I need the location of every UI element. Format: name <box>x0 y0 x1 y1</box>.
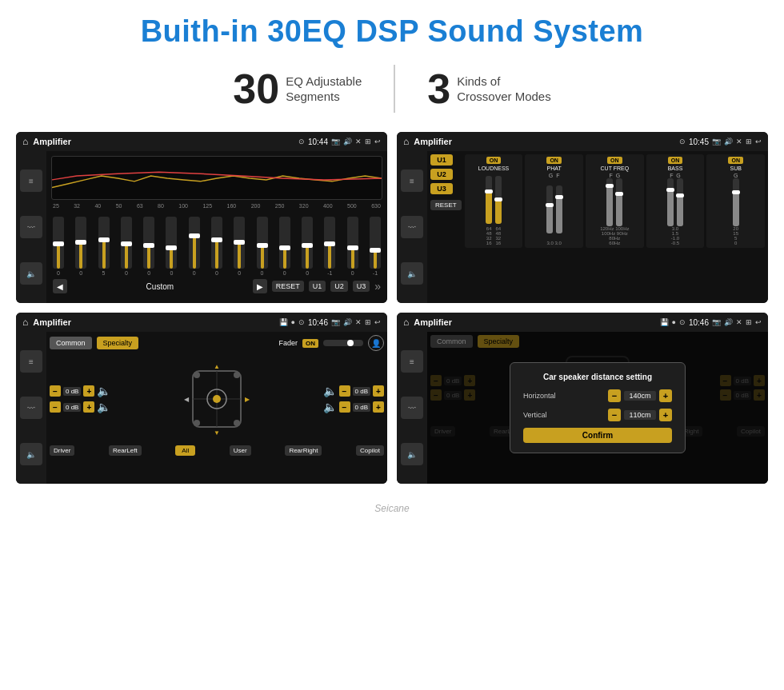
bass-track-1[interactable] <box>667 178 674 226</box>
right-top-val: 0 dB <box>353 387 370 396</box>
eq-slider-col-3[interactable]: 5 <box>98 217 110 276</box>
right-top-plus[interactable]: + <box>373 385 384 397</box>
sub-on[interactable]: ON <box>728 157 743 164</box>
common-btn[interactable]: Common <box>50 337 92 349</box>
sidebar-btn-4-3[interactable]: 🔈 <box>401 443 423 465</box>
rearleft-btn[interactable]: RearLeft <box>109 445 142 456</box>
right-top-minus[interactable]: − <box>339 385 350 397</box>
dialog-vertical-minus[interactable]: − <box>608 409 621 421</box>
close-icon[interactable]: ✕ <box>355 138 362 146</box>
sidebar-btn-2[interactable]: 〰 <box>20 216 42 238</box>
svg-point-7 <box>194 420 200 426</box>
eq-more-btn[interactable]: » <box>374 280 381 293</box>
eq-slider-col-12[interactable]: 0 <box>302 217 313 276</box>
u3-btn[interactable]: U3 <box>430 183 453 194</box>
right-bottom-plus[interactable]: + <box>373 401 384 413</box>
eq-slider-col-9[interactable]: 0 <box>234 217 245 276</box>
loudness-on[interactable]: ON <box>486 157 502 164</box>
sidebar-btn-1[interactable]: ≡ <box>20 170 42 192</box>
dialog-horizontal-minus[interactable]: − <box>608 389 621 402</box>
close-icon-4[interactable]: ✕ <box>736 318 742 326</box>
dialog-horizontal-plus[interactable]: + <box>659 389 672 402</box>
eq-slider-col-15[interactable]: -1 <box>370 217 381 276</box>
phat-track-1[interactable] <box>546 185 553 233</box>
sidebar-btn-3-1[interactable]: ≡ <box>20 350 42 373</box>
home-icon[interactable]: ⌂ <box>22 136 28 147</box>
eq-u2-btn[interactable]: U2 <box>330 281 348 292</box>
eq-u1-btn[interactable]: U1 <box>309 281 326 292</box>
close-icon-3[interactable]: ✕ <box>355 318 362 326</box>
eq-u3-btn[interactable]: U3 <box>353 281 370 292</box>
sidebar-btn-2-1[interactable]: ≡ <box>401 170 423 192</box>
svg-text:▶: ▶ <box>245 396 250 403</box>
close-icon-2[interactable]: ✕ <box>736 138 742 146</box>
eq-slider-col-1[interactable]: 0 <box>53 217 64 276</box>
phat-on[interactable]: ON <box>546 157 562 164</box>
right-bottom-val: 0 dB <box>353 403 370 412</box>
user-btn[interactable]: User <box>230 445 251 456</box>
u2-btn[interactable]: U2 <box>430 169 453 180</box>
back-icon-2[interactable]: ↩ <box>755 138 762 146</box>
sidebar-btn-3-3[interactable]: 🔈 <box>20 443 42 465</box>
eq-slider-col-10[interactable]: 0 <box>257 217 268 276</box>
cutfreq-track-2[interactable] <box>616 178 622 226</box>
left-bottom-plus[interactable]: + <box>83 401 94 413</box>
bass-track-2[interactable] <box>677 178 683 226</box>
u1-btn[interactable]: U1 <box>430 154 453 166</box>
home-icon-3[interactable]: ⌂ <box>22 317 28 328</box>
sidebar-btn-2-2[interactable]: 〰 <box>401 216 423 238</box>
screen-crossover: ⌂ Amplifier ⊙ 10:45 📷 🔊 ✕ ⊞ ↩ ≡ 〰 🔈 <box>397 132 768 303</box>
cutfreq-on[interactable]: ON <box>607 157 622 164</box>
freq-50: 50 <box>116 203 122 209</box>
eq-slider-col-14[interactable]: 0 <box>347 217 358 276</box>
eq-slider-col-8[interactable]: 0 <box>211 217 222 276</box>
eq-slider-col-11[interactable]: 0 <box>279 217 290 276</box>
loudness-track-2[interactable] <box>495 176 502 224</box>
eq-slider-col-2[interactable]: 0 <box>75 217 86 276</box>
sidebar-btn-2-3[interactable]: 🔈 <box>401 262 423 285</box>
all-btn[interactable]: All <box>175 445 195 456</box>
speaker-right-bottom-icon: 🔈 <box>323 401 337 413</box>
dialog-vertical-plus[interactable]: + <box>659 409 672 421</box>
crossover-reset-btn[interactable]: RESET <box>430 200 462 210</box>
eq-slider-col-7[interactable]: 0 <box>189 217 200 276</box>
eq-reset-btn[interactable]: RESET <box>272 281 304 292</box>
copilot-btn[interactable]: Copilot <box>356 445 384 456</box>
right-bottom-minus[interactable]: − <box>339 401 350 413</box>
cutfreq-track-1[interactable] <box>606 178 613 226</box>
dialog-vertical-label: Vertical <box>523 411 571 419</box>
left-bottom-minus[interactable]: − <box>50 401 61 413</box>
eq-next-btn[interactable]: ▶ <box>253 279 267 293</box>
sub-track-1[interactable] <box>733 178 739 226</box>
sidebar-btn-3-2[interactable]: 〰 <box>20 397 42 419</box>
fader-track[interactable] <box>323 340 363 346</box>
home-icon-4[interactable]: ⌂ <box>403 317 409 328</box>
specialty-btn[interactable]: Specialty <box>97 337 139 349</box>
eq-prev-btn[interactable]: ◀ <box>53 279 67 293</box>
back-icon-4[interactable]: ↩ <box>755 318 762 326</box>
eq-slider-col-4[interactable]: 0 <box>121 217 132 276</box>
dialog-horizontal-label: Horizontal <box>523 392 571 400</box>
speaker-right-top-icon: 🔈 <box>323 385 337 397</box>
watermark-text: Seicane <box>374 503 409 514</box>
eq-slider-col-5[interactable]: 0 <box>143 217 154 276</box>
left-top-minus[interactable]: − <box>50 385 61 397</box>
sidebar-btn-4-1[interactable]: ≡ <box>401 350 423 373</box>
dialog-confirm-btn[interactable]: Confirm <box>523 428 672 443</box>
eq-slider-col-6[interactable]: 0 <box>166 217 177 276</box>
sidebar-btn-3[interactable]: 🔈 <box>20 262 42 285</box>
screen4-icons: 💾 ● ⊙ 10:46 📷 🔊 ✕ ⊞ ↩ <box>660 318 762 327</box>
sidebar-btn-4-2[interactable]: 〰 <box>401 397 423 419</box>
left-top-plus[interactable]: + <box>83 385 94 397</box>
rearright-btn[interactable]: RearRight <box>285 445 322 456</box>
loudness-track-1[interactable] <box>486 176 492 224</box>
driver-btn[interactable]: Driver <box>50 445 74 456</box>
bass-on[interactable]: ON <box>668 157 683 164</box>
fader-on-badge[interactable]: ON <box>302 339 318 348</box>
back-icon-3[interactable]: ↩ <box>374 318 381 326</box>
freq-40: 40 <box>94 203 101 209</box>
back-icon[interactable]: ↩ <box>374 138 381 146</box>
eq-slider-col-13[interactable]: -1 <box>324 217 335 276</box>
home-icon-2[interactable]: ⌂ <box>403 136 409 147</box>
phat-track-2[interactable] <box>556 185 562 233</box>
